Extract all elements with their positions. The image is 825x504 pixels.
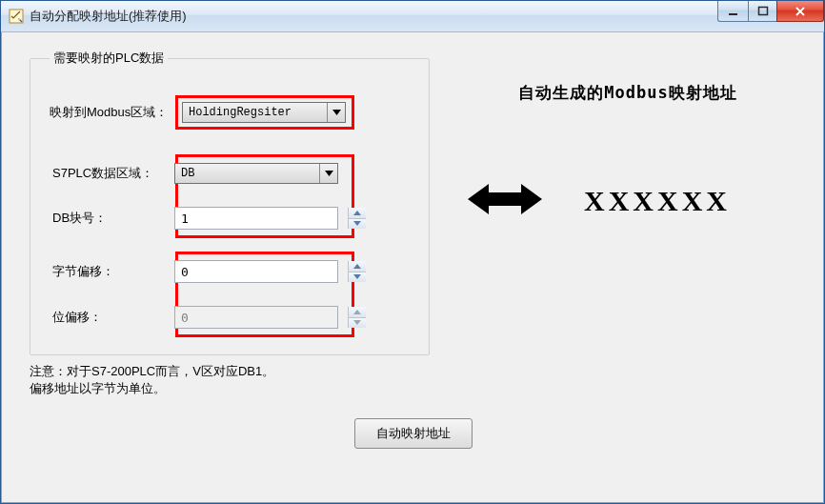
- combo-modbus-area-text: HoldingRegsiter: [183, 103, 328, 122]
- arrow-result-row: XXXXXX: [468, 180, 731, 221]
- row-modbus-area: 映射到Modbus区域： HoldingRegsiter: [50, 95, 413, 130]
- double-arrow-icon: [468, 180, 542, 221]
- svg-rect-2: [729, 13, 737, 15]
- app-window: 自动分配映射地址(推荐使用) 需要映射的PLC数据 映射到Modbus区域: [0, 0, 825, 504]
- left-column: 需要映射的PLC数据 映射到Modbus区域： HoldingRegsiter: [30, 50, 430, 397]
- fieldset-legend: 需要映射的PLC数据: [50, 50, 168, 67]
- spin-db-number[interactable]: [174, 207, 338, 230]
- spin-down-icon: [349, 318, 366, 329]
- spin-buttons: [348, 307, 366, 328]
- row-byte-offset: 字节偏移：: [182, 260, 348, 283]
- note-text: 注意：对于S7-200PLC而言，V区对应DB1。 偏移地址以字节为单位。: [30, 363, 430, 397]
- spin-up-icon[interactable]: [349, 261, 366, 272]
- combo-s7-area[interactable]: DB: [174, 163, 338, 184]
- label-db-number: DB块号：: [52, 210, 174, 227]
- auto-map-row: 自动映射地址: [1, 418, 825, 449]
- plc-data-fieldset: 需要映射的PLC数据 映射到Modbus区域： HoldingRegsiter: [30, 50, 430, 355]
- label-bit-offset: 位偏移：: [52, 309, 174, 326]
- spin-down-icon[interactable]: [349, 272, 366, 283]
- label-modbus-area: 映射到Modbus区域：: [50, 104, 175, 121]
- input-byte-offset[interactable]: [175, 261, 348, 282]
- spin-byte-offset[interactable]: [174, 260, 338, 283]
- spin-down-icon[interactable]: [349, 219, 366, 230]
- auto-map-button[interactable]: 自动映射地址: [354, 418, 473, 449]
- label-byte-offset: 字节偏移：: [52, 263, 174, 280]
- highlight-modbus-area: HoldingRegsiter: [175, 95, 354, 130]
- row-s7-area: S7PLC数据区域： DB: [182, 163, 348, 184]
- note-line-1: 注意：对于S7-200PLC而言，V区对应DB1。: [30, 363, 430, 380]
- result-value: XXXXXX: [584, 185, 731, 217]
- input-db-number[interactable]: [175, 208, 348, 229]
- svg-rect-3: [758, 7, 767, 14]
- dropdown-arrow-icon: [320, 164, 337, 183]
- spin-up-icon[interactable]: [349, 208, 366, 219]
- app-icon: [9, 9, 24, 24]
- row-bit-offset: 位偏移：: [182, 306, 348, 329]
- maximize-button[interactable]: [748, 1, 776, 22]
- window-title: 自动分配映射地址(推荐使用): [30, 8, 187, 25]
- client-area: 需要映射的PLC数据 映射到Modbus区域： HoldingRegsiter: [1, 32, 824, 503]
- combo-s7-area-text: DB: [175, 164, 320, 183]
- titlebar: 自动分配映射地址(推荐使用): [1, 1, 824, 32]
- spin-buttons: [348, 208, 366, 229]
- note-line-2: 偏移地址以字节为单位。: [30, 380, 430, 397]
- right-panel-title: 自动生成的Modbus映射地址: [518, 82, 736, 104]
- close-button[interactable]: [776, 1, 824, 22]
- minimize-button[interactable]: [717, 1, 748, 22]
- dropdown-arrow-icon: [328, 103, 345, 122]
- label-s7-area: S7PLC数据区域：: [52, 165, 174, 182]
- spin-bit-offset: [174, 306, 338, 329]
- combo-modbus-area[interactable]: HoldingRegsiter: [182, 102, 346, 123]
- spin-buttons: [348, 261, 366, 282]
- input-bit-offset: [175, 307, 348, 328]
- right-panel: 自动生成的Modbus映射地址 XXXXXX: [453, 50, 803, 221]
- highlight-s7-db: S7PLC数据区域： DB DB块号：: [175, 154, 354, 238]
- svg-rect-1: [18, 18, 20, 20]
- spin-up-icon: [349, 307, 366, 318]
- highlight-offsets: 字节偏移： 位偏移：: [175, 252, 354, 337]
- row-db-number: DB块号：: [182, 207, 348, 230]
- caption-buttons: [717, 1, 824, 22]
